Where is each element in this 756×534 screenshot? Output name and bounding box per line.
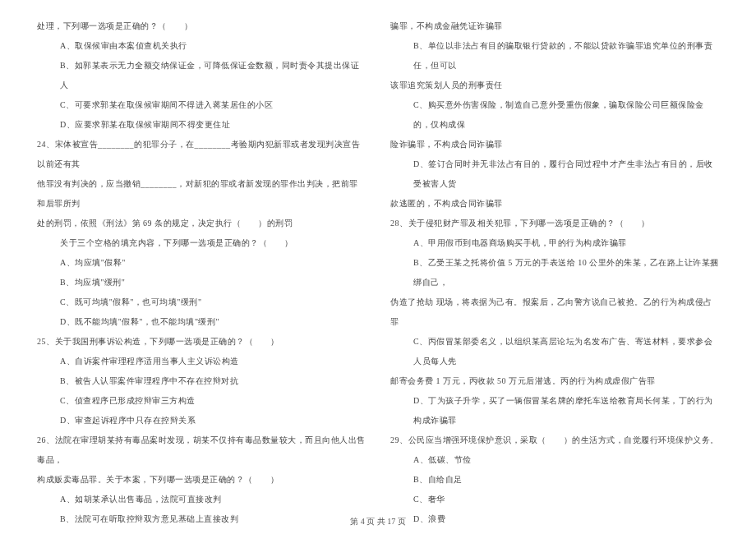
text-line: 邮寄会务费 1 万元，丙收款 50 万元后潜逃。丙的行为构成虚假广告罪 bbox=[390, 371, 719, 391]
text-line: B、自给自足 bbox=[390, 470, 719, 490]
text-line: A、甲用假币到电器商场购买手机，甲的行为构成诈骗罪 bbox=[390, 233, 719, 253]
text-line: C、丙假冒某部委名义，以组织某高层论坛为名发布广告、寄送材料，要求参会人员每人先 bbox=[390, 332, 719, 371]
text-line: D、签订合同时并无非法占有目的，履行合同过程中才产生非法占有目的，后收受被害人货 bbox=[390, 154, 719, 194]
text-line: 构成贩卖毒品罪。关于本案，下列哪一选项是正确的？（ ） bbox=[37, 470, 366, 490]
text-line: 25、关于我国刑事诉讼构造，下列哪一选项是正确的？（ ） bbox=[37, 332, 366, 352]
text-line: D、审查起诉程序中只存在控辩关系 bbox=[37, 411, 366, 430]
text-line: A、取保候审由本案侦查机关执行 bbox=[37, 36, 366, 56]
text-line: A、均应填"假释" bbox=[37, 253, 366, 273]
text-line: 28、关于侵犯财产罪及相关犯罪，下列哪一选项是正确的？（ ） bbox=[390, 214, 719, 233]
text-line: 伪造了抢劫 现场，将表据为己有。报案后，乙向警方说自己被抢。乙的行为构成侵占罪 bbox=[390, 292, 719, 332]
text-line: C、法院可建议检察院补充或者变更起诉 bbox=[37, 529, 366, 534]
text-line: 24、宋体被宣告________的犯罪分子，在________考验期内犯新罪或者… bbox=[37, 135, 366, 174]
text-line: 26、法院在审理胡某持有毒品案时发现，胡某不仅持有毒品数量较大，而且向他人出售毒… bbox=[37, 430, 366, 470]
text-line: 他罪没有判决的，应当撤销________，对新犯的罪或者新发现的罪作出判决，把前… bbox=[37, 174, 366, 214]
text-line: 款逃匿的，不构成合同诈骗罪 bbox=[390, 194, 719, 214]
text-line: B、乙受王某之托将价值 5 万元的手表送给 10 公里外的朱某，乙在路上让许某捆… bbox=[390, 253, 719, 292]
text-line: 处理，下列哪一选项是正确的？（ ） bbox=[37, 16, 366, 36]
text-line: C、侦查程序已形成控辩审三方构造 bbox=[37, 391, 366, 411]
text-line: D、应要求郭某在取保候审期间不得变更住址 bbox=[37, 115, 366, 135]
text-line: C、可要求郭某在取保候审期间不得进入蒋某居住的小区 bbox=[37, 95, 366, 115]
text-line: C、奢华 bbox=[390, 490, 719, 509]
text-line: B、单位以非法占有目的骗取银行贷款的，不能以贷款诈骗罪追究单位的刑事责任，但可以 bbox=[390, 36, 719, 76]
text-line: 29、公民应当增强环境保护意识，采取（ ）的生活方式，自觉履行环境保护义务。 bbox=[390, 430, 719, 450]
text-line: B、被告人认罪案件审理程序中不存在控辩对抗 bbox=[37, 371, 366, 391]
text-line: 该罪追究策划人员的刑事责任 bbox=[390, 76, 719, 95]
page-footer: 第 4 页 共 17 页 bbox=[0, 516, 756, 527]
text-line: D、既不能均填"假释"，也不能均填"缓刑" bbox=[37, 312, 366, 332]
text-line: 关于三个空格的填充内容，下列哪一选项是正确的？（ ） bbox=[37, 233, 366, 253]
text-line: A、如胡某承认出售毒品，法院可直接改判 bbox=[37, 490, 366, 509]
text-line: D、丁为孩子升学，买了一辆假冒某名牌的摩托车送给教育局长何某，丁的行为构成诈骗罪 bbox=[390, 391, 719, 430]
text-line: 30、甲持西瓜刀冲入某银行储蓄所，将刀架在储蓄所保安乙的脖子上，喝令储蓄所职员丙… bbox=[390, 529, 719, 534]
right-column: 骗罪，不构成金融凭证诈骗罪B、单位以非法占有目的骗取银行贷款的，不能以贷款诈骗罪… bbox=[378, 16, 731, 509]
page-container: 处理，下列哪一选项是正确的？（ ）A、取保候审由本案侦查机关执行B、如郭某表示无… bbox=[0, 0, 756, 509]
text-line: 骗罪，不构成金融凭证诈骗罪 bbox=[390, 16, 719, 36]
text-line: B、如郭某表示无力全额交纳保证金，可降低保证金数额，同时责令其提出保证人 bbox=[37, 56, 366, 95]
text-line: C、既可均填"假释"，也可均填"缓刑" bbox=[37, 292, 366, 312]
left-column: 处理，下列哪一选项是正确的？（ ）A、取保候审由本案侦查机关执行B、如郭某表示无… bbox=[25, 16, 378, 509]
text-line: 险诈骗罪，不构成合同诈骗罪 bbox=[390, 135, 719, 154]
text-line: A、低碳、节俭 bbox=[390, 450, 719, 470]
text-line: A、自诉案件审理程序适用当事人主义诉讼构造 bbox=[37, 352, 366, 371]
text-line: C、购买意外伤害保险，制造自己意外受重伤假象，骗取保险公司巨额保险金的，仅构成保 bbox=[390, 95, 719, 135]
text-line: B、均应填"缓刑" bbox=[37, 273, 366, 292]
text-line: 处的刑罚，依照《刑法》第 69 条的规定，决定执行（ ）的刑罚 bbox=[37, 214, 366, 233]
